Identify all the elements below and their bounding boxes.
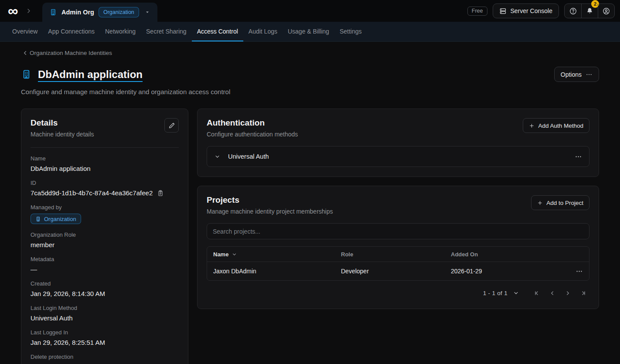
- projects-table: Name Role Added On Jaxon DbAdmin Develop…: [207, 246, 589, 281]
- search-projects-input[interactable]: [207, 223, 589, 239]
- auth-method-row[interactable]: Universal Auth: [207, 146, 589, 167]
- last-page-icon: [580, 289, 587, 297]
- field-id: ID 7ca5dd9d-1d1b-4b7c-87a4-4ea36c7afee2: [31, 180, 179, 197]
- topbar-icon-group: 2: [564, 3, 615, 18]
- details-card: Details Machine identity details Name Db…: [21, 109, 188, 364]
- ellipsis-icon: [575, 153, 582, 160]
- field-delete-protection: Delete protection: [31, 354, 179, 364]
- ellipsis-icon: [586, 71, 593, 78]
- field-name: Name DbAdmin application: [31, 155, 179, 172]
- project-row-menu-button[interactable]: [576, 268, 583, 275]
- nav-tab-access-control[interactable]: Access Control: [192, 22, 243, 41]
- add-to-project-button[interactable]: Add to Project: [531, 195, 589, 210]
- details-title: Details: [31, 118, 94, 128]
- add-auth-method-label: Add Auth Method: [538, 122, 583, 129]
- first-page-icon: [533, 289, 540, 297]
- pagination-next-button[interactable]: [562, 287, 574, 299]
- field-org-role: Organization Role member: [31, 231, 179, 248]
- field-last-logged-in: Last Logged In Jan 29, 2026, 8:25:51 AM: [31, 329, 179, 346]
- org-type-badge: Organization: [99, 7, 139, 17]
- project-role-cell: Developer: [341, 268, 451, 275]
- chevron-left-icon: [22, 50, 28, 56]
- nav-tab-audit-logs[interactable]: Audit Logs: [243, 22, 283, 41]
- auth-method-name: Universal Auth: [228, 153, 269, 160]
- nav-tab-networking[interactable]: Networking: [100, 22, 141, 41]
- managed-by-badge: Organization: [31, 214, 81, 224]
- nav-tab-usage-billing[interactable]: Usage & Billing: [283, 22, 334, 41]
- page-title[interactable]: DbAdmin application: [38, 68, 143, 81]
- org-nav-tabs: Overview App Connections Networking Secr…: [0, 22, 620, 42]
- server-console-label: Server Console: [511, 7, 553, 14]
- pagination-first-button[interactable]: [531, 287, 542, 299]
- pagination-page-size-chevron[interactable]: [513, 290, 519, 296]
- bell-icon: [586, 7, 594, 15]
- authentication-title: Authentication: [207, 118, 298, 128]
- top-bar: ∞ Admin Org Organization Free Server Con…: [0, 0, 620, 22]
- field-metadata: Metadata —: [31, 256, 179, 273]
- help-icon: [569, 7, 577, 15]
- pagination-prev-button[interactable]: [546, 287, 558, 299]
- field-managed-by: Managed by Organization: [31, 204, 179, 224]
- server-console-button[interactable]: Server Console: [493, 3, 559, 18]
- building-icon: [49, 8, 57, 16]
- table-header-row: Name Role Added On: [207, 247, 589, 262]
- building-icon: [35, 216, 41, 222]
- server-icon: [499, 7, 507, 15]
- projects-subtitle: Manage machine identity project membersh…: [207, 208, 333, 215]
- column-header-added-on: Added On: [451, 251, 572, 258]
- breadcrumb-label: Organization Machine Identities: [30, 50, 112, 56]
- pagination-range-label: 1 - 1 of 1: [483, 290, 508, 296]
- projects-title: Projects: [207, 195, 333, 205]
- org-switcher-tab[interactable]: Admin Org Organization: [42, 3, 157, 22]
- page-subtitle: Configure and manage machine identity an…: [21, 88, 599, 95]
- edit-details-button[interactable]: [164, 118, 179, 133]
- column-header-name[interactable]: Name: [213, 251, 341, 258]
- project-name-cell: Jaxon DbAdmin: [213, 268, 341, 275]
- auth-method-menu-button[interactable]: [575, 153, 582, 160]
- pagination: 1 - 1 of 1: [207, 287, 589, 299]
- column-header-role: Role: [341, 251, 451, 258]
- options-button[interactable]: Options: [554, 67, 599, 82]
- projects-card: Projects Manage machine identity project…: [197, 186, 599, 309]
- title-row: DbAdmin application Options: [21, 67, 599, 82]
- nav-tab-settings[interactable]: Settings: [334, 22, 367, 41]
- add-to-project-label: Add to Project: [546, 200, 583, 206]
- clipboard-icon: [157, 190, 164, 197]
- notifications-button[interactable]: 2: [581, 4, 598, 18]
- prev-page-icon: [548, 289, 556, 297]
- nav-tab-app-connections[interactable]: App Connections: [43, 22, 100, 41]
- pencil-icon: [168, 122, 175, 129]
- next-page-icon: [564, 289, 572, 297]
- user-menu-button[interactable]: [598, 4, 614, 18]
- project-added-on-cell: 2026-01-29: [451, 268, 572, 275]
- divider: [31, 147, 179, 148]
- table-row[interactable]: Jaxon DbAdmin Developer 2026-01-29: [207, 262, 589, 280]
- chevron-right-icon: [25, 7, 32, 14]
- add-auth-method-button[interactable]: Add Auth Method: [523, 118, 589, 133]
- ellipsis-icon: [576, 268, 583, 275]
- authentication-subtitle: Configure authentication methods: [207, 131, 298, 138]
- org-name: Admin Org: [61, 9, 94, 16]
- pagination-last-button[interactable]: [578, 287, 589, 299]
- field-last-login-method: Last Login Method Universal Auth: [31, 305, 179, 322]
- page-content: Organization Machine Identities DbAdmin …: [0, 42, 620, 364]
- nav-tab-secret-sharing[interactable]: Secret Sharing: [141, 22, 192, 41]
- copy-id-button[interactable]: [157, 190, 164, 197]
- help-button[interactable]: [565, 4, 581, 18]
- field-created: Created Jan 29, 2026, 8:14:30 AM: [31, 280, 179, 297]
- plus-icon: [537, 200, 543, 206]
- caret-down-icon: [144, 9, 150, 15]
- details-subtitle: Machine identity details: [31, 131, 94, 138]
- topbar-actions: Free Server Console 2: [467, 3, 620, 18]
- infisical-logo: ∞: [8, 5, 17, 17]
- plus-icon: [529, 123, 535, 129]
- breadcrumb[interactable]: Organization Machine Identities: [22, 50, 112, 56]
- user-icon: [602, 7, 610, 15]
- sort-chevron-icon: [232, 252, 237, 257]
- plan-badge: Free: [467, 7, 487, 16]
- building-icon: [21, 69, 32, 80]
- authentication-card: Authentication Configure authentication …: [197, 109, 599, 177]
- options-label: Options: [561, 71, 582, 78]
- chevron-down-icon[interactable]: [214, 153, 221, 160]
- nav-tab-overview[interactable]: Overview: [7, 22, 43, 41]
